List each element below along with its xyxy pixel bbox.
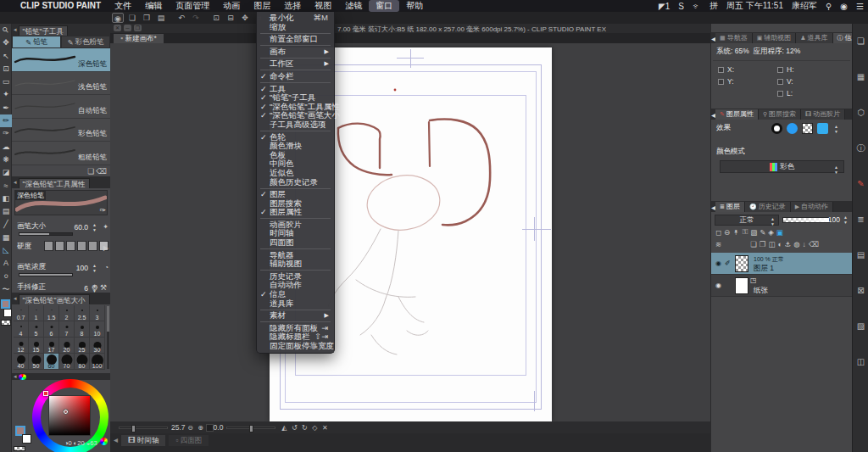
window-zoom-button[interactable]: ❐	[134, 25, 142, 31]
size-cell[interactable]: 2.5	[75, 305, 90, 321]
subtool-panel-header[interactable]: ◂ "铅笔"子工具	[12, 24, 110, 36]
size-cell[interactable]: 0.7	[14, 305, 29, 321]
line-correct-tool-icon[interactable]: 〜	[0, 283, 12, 296]
menu-item-subtool-detail[interactable]: 子工具高级选项	[257, 120, 334, 130]
new-folder-icon[interactable]: ◫	[768, 240, 775, 248]
layer-row-layer1[interactable]: ◉ ✐ 100 % 正常 图层 1	[711, 253, 852, 275]
canvas-viewport[interactable]	[110, 43, 710, 421]
menu-help[interactable]: 帮助	[399, 0, 430, 12]
size-cell-selected[interactable]: 60	[44, 354, 59, 370]
opacity-stepper[interactable]: ▲▼	[842, 215, 849, 225]
panel-collapse-icon[interactable]: ◂	[114, 435, 118, 444]
layers-strip-icon[interactable]: ≣	[853, 202, 868, 237]
new-subtool-icon[interactable]: ❏	[87, 167, 96, 176]
transfer-icon[interactable]: ◐	[777, 240, 782, 248]
size-cell[interactable]: 80	[75, 354, 90, 370]
settings-gear-icon[interactable]: ⚙	[92, 283, 100, 292]
menu-item-subview[interactable]: 辅助视图	[257, 259, 334, 269]
tab-navigator[interactable]: ▦导航器	[715, 33, 753, 43]
menu-item-fix-panel-width[interactable]: 固定面板停靠宽度	[257, 342, 334, 351]
tone-icon[interactable]: ≋	[715, 240, 721, 248]
menu-item-color-set[interactable]: 色板	[257, 151, 334, 160]
zoom-in-icon[interactable]: ⊕	[196, 424, 206, 432]
reset-view-icon[interactable]: ✕	[320, 424, 330, 432]
snap-hand-icon[interactable]: ✥	[239, 13, 251, 23]
layer-property-strip-icon[interactable]: ✎	[853, 166, 868, 202]
menu-item-timeline[interactable]: 时间轴	[257, 229, 334, 238]
subtool-item-rough-pencil[interactable]: 粗糙铅笔	[12, 142, 110, 165]
spotlight-search-icon[interactable]: ⚲	[821, 2, 836, 11]
open-file-icon[interactable]: ❐	[141, 13, 153, 23]
opacity-slider[interactable]	[782, 217, 830, 223]
size-cell[interactable]: 4	[14, 321, 29, 338]
size-cell[interactable]: 25	[75, 338, 90, 354]
menu-item-workspace[interactable]: 工作区▶	[257, 59, 334, 69]
hardness-segments[interactable]	[44, 241, 108, 251]
pencil-tool-icon[interactable]: ✏	[0, 114, 12, 127]
sv-cursor[interactable]	[63, 409, 69, 415]
small-color-wheel-icon[interactable]	[100, 438, 108, 445]
subtool-tab-pencil[interactable]: ✎铅笔	[12, 36, 61, 48]
document-tab[interactable]: ▪ 新建画布*	[114, 34, 164, 43]
size-cell[interactable]: 70	[59, 354, 75, 370]
balloon-tool-icon[interactable]: ⚪	[0, 271, 12, 283]
text-tool-icon[interactable]: A	[0, 257, 12, 270]
size-cell[interactable]: 5	[29, 321, 44, 338]
airbrush-tool-icon[interactable]: ☁	[0, 141, 12, 153]
checkbox-icon[interactable]	[777, 67, 783, 73]
apply-icon[interactable]: ↓	[803, 240, 806, 248]
tab-auto-action[interactable]: ▶自动动作	[791, 202, 833, 212]
size-cell[interactable]: 6	[44, 321, 59, 338]
menu-item-layer-property[interactable]: 图层属性	[257, 208, 334, 217]
tab-all-sides-view[interactable]: ▫ 四面图	[169, 435, 209, 446]
menu-layer[interactable]: 图层	[247, 0, 277, 12]
fill-tool-icon[interactable]: ◧	[0, 193, 12, 205]
size-cell[interactable]: 1.5	[44, 305, 59, 321]
density-dynamics-icon[interactable]: ◔	[104, 264, 108, 271]
layer-color-effect-icon[interactable]	[817, 123, 828, 134]
frame-border-tool-icon[interactable]: ▦	[0, 232, 12, 244]
merge-down-icon[interactable]: ⚓	[785, 240, 792, 248]
menu-item-zoom[interactable]: 缩放	[257, 23, 334, 32]
menu-item-item-bank[interactable]: 道具库	[257, 299, 334, 309]
menu-item-bring-all-front[interactable]: 前置全部窗口	[257, 35, 334, 44]
gradient-tool-icon[interactable]: ▤	[0, 205, 12, 218]
size-cell[interactable]: 40	[14, 354, 29, 370]
size-cell[interactable]: 15	[29, 338, 44, 354]
tab-subview[interactable]: ▣辅助视图	[753, 33, 797, 43]
fit-screen-icon[interactable]	[206, 424, 214, 432]
tab-animation-cels[interactable]: 🎞动画胶片	[801, 109, 845, 120]
border-effect-icon[interactable]	[771, 123, 782, 134]
brush-size-stepper[interactable]: ▲▼	[91, 222, 98, 232]
scrollbar[interactable]	[107, 306, 109, 369]
mask-icon[interactable]: ◍	[793, 240, 799, 248]
rotate-reset-icon[interactable]: ◭	[279, 424, 289, 432]
density-stepper[interactable]: ▲▼	[91, 263, 98, 273]
menu-item-auto-action[interactable]: 自动动作	[257, 281, 334, 290]
material-icon[interactable]: ⬡	[853, 95, 868, 131]
wifi-icon[interactable]: ᯤ	[688, 2, 705, 11]
menu-item-command-bar[interactable]: 命令栏	[257, 72, 334, 81]
size-cell[interactable]: 100	[90, 354, 105, 370]
lock-transparent-icon[interactable]: ▨	[750, 228, 757, 237]
vpn-status-icon[interactable]: ◤1	[654, 2, 674, 11]
size-cell[interactable]: 30	[90, 338, 105, 354]
blend-mode-stepper[interactable]: ▲▼	[769, 216, 776, 226]
menu-select[interactable]: 选择	[277, 0, 308, 12]
save-icon[interactable]: ▤	[155, 13, 167, 23]
new-layer-icon[interactable]: ❏	[750, 240, 757, 248]
s-status-icon[interactable]: S	[674, 2, 688, 11]
control-center-icon[interactable]: ☰	[852, 2, 868, 11]
checkbox-icon[interactable]	[777, 79, 783, 85]
wrench-icon[interactable]: ⚒	[100, 283, 108, 292]
visibility-eye-icon[interactable]: ◉	[715, 282, 721, 289]
tone-effect-icon[interactable]	[787, 123, 798, 134]
decoration-tool-icon[interactable]: ❋	[0, 153, 12, 166]
tab-history[interactable]: 🕘历史记录	[745, 202, 791, 212]
menu-page-manage[interactable]: 页面管理	[169, 0, 216, 12]
delete-layer-icon[interactable]: ⌫	[809, 240, 819, 248]
menubar-user[interactable]: 康绍军	[787, 0, 821, 12]
reference-icon[interactable]: ◈	[768, 228, 774, 237]
window-minimize-button[interactable]: ─	[124, 25, 131, 31]
rotate-right-icon[interactable]: ↻	[299, 424, 309, 432]
